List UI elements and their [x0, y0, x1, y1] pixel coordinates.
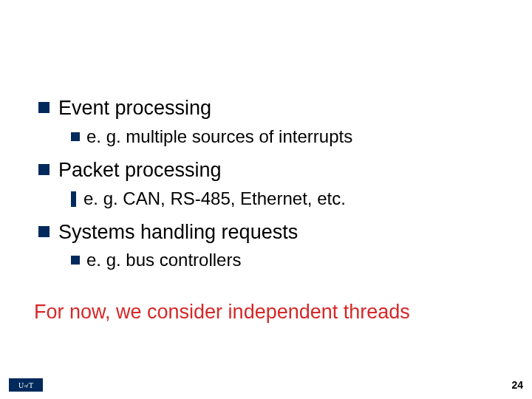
- closing-text: For now, we consider independent threads: [34, 301, 532, 324]
- bullet-1-sub: e. g. multiple sources of interrupts: [71, 126, 532, 148]
- bullet-2-sub-text: e. g. CAN, RS-485, Ethernet, etc.: [83, 188, 346, 210]
- bullet-1-text: Event processing: [58, 96, 211, 121]
- tall-bullet-icon: [71, 191, 76, 207]
- logo-t: T: [29, 381, 33, 389]
- bullet-3-sub: e. g. bus controllers: [71, 249, 532, 271]
- footer: UofT 24: [9, 378, 523, 392]
- bullet-2-text: Packet processing: [58, 158, 222, 183]
- bullet-1-sub-text: e. g. multiple sources of interrupts: [86, 126, 352, 148]
- square-bullet-icon: [38, 164, 50, 175]
- slide-content: Event processing e. g. multiple sources …: [0, 0, 532, 324]
- uoft-logo: UofT: [9, 378, 43, 392]
- square-bullet-icon: [38, 102, 50, 113]
- bullet-2: Packet processing: [38, 158, 532, 183]
- bullet-1: Event processing: [38, 96, 532, 121]
- bullet-3: Systems handling requests: [38, 220, 532, 245]
- bullet-3-sub-text: e. g. bus controllers: [86, 249, 241, 271]
- page-number: 24: [511, 379, 523, 391]
- square-bullet-icon: [38, 226, 50, 237]
- square-bullet-icon: [71, 132, 80, 141]
- slide: Event processing e. g. multiple sources …: [0, 0, 532, 399]
- logo-of: of: [24, 383, 29, 388]
- square-bullet-icon: [71, 256, 80, 265]
- logo-text: UofT: [18, 381, 33, 389]
- bullet-3-text: Systems handling requests: [58, 220, 298, 245]
- bullet-2-sub: e. g. CAN, RS-485, Ethernet, etc.: [71, 188, 532, 210]
